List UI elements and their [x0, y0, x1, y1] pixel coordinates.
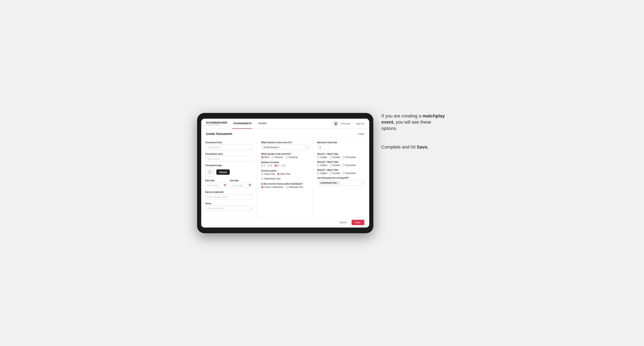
gender-combined-radio[interactable] — [286, 156, 288, 158]
venue-input[interactable] — [205, 206, 253, 211]
form-col-1: Tournament Host Tournament name Tourname… — [201, 138, 257, 217]
rounds-4-radio[interactable] — [281, 165, 284, 167]
avatar: 👤 — [333, 121, 338, 126]
sponsor-input[interactable] — [205, 194, 253, 199]
rounds-3-radio[interactable] — [274, 165, 277, 167]
rounds-1-radio[interactable] — [261, 165, 264, 167]
scoring-api-label: Use third-party live scoring API? — [317, 177, 365, 179]
annotation-bottom: Complete and hit Save. — [382, 144, 447, 150]
date-group: Start date 📅 End date — [205, 179, 253, 188]
round2-foursomes-radio[interactable] — [342, 164, 345, 166]
individuals-option[interactable]: Individuals Only — [286, 186, 303, 188]
end-date-input[interactable] — [230, 183, 253, 188]
logo-upload-area: Upload — [205, 168, 253, 176]
tournament-name-input[interactable] — [205, 156, 253, 162]
round3-radio-group: Singles Fourball Foursomes — [317, 172, 365, 174]
round3-singles-radio[interactable] — [317, 172, 320, 174]
round2-fourball[interactable]: Fourball — [330, 164, 340, 166]
rounds-3-label: 3 — [278, 165, 279, 167]
teams-label-text: Teams (+Individuals) — [264, 186, 283, 188]
rounds-2-radio[interactable] — [268, 165, 270, 167]
logo-main: SCOREBOARD — [206, 121, 228, 124]
round2-foursomes[interactable]: Foursomes — [342, 164, 356, 166]
round2-radio-group: Singles Fourball Foursomes — [317, 164, 365, 166]
round2-fourball-label: Fourball — [332, 164, 340, 166]
form-col-2: Which division is the event for? NCAA Di… — [257, 138, 313, 217]
tournament-host-group: Tournament Host — [205, 141, 253, 150]
tournament-name-group: Tournament name — [205, 153, 253, 162]
round3-label: Round 3 - Match Type — [317, 169, 365, 171]
tablet-screen: SCOREBOARD Powered by clippit TOURNAMENT… — [201, 119, 369, 227]
start-date-wrapper: 📅 — [205, 183, 228, 188]
gender-label: Which gender is the event for? — [261, 153, 309, 155]
round1-fourball[interactable]: Fourball — [330, 156, 340, 158]
rounds-3[interactable]: 3 — [274, 165, 279, 167]
max-team-size-input[interactable] — [317, 145, 330, 150]
round3-foursomes[interactable]: Foursomes — [342, 172, 356, 174]
nav-teams[interactable]: TEAMS — [257, 119, 268, 129]
individuals-radio[interactable] — [286, 186, 288, 188]
scoring-stroke-radio[interactable] — [261, 173, 264, 175]
venue-label: Venue — [205, 202, 253, 205]
rounds-1[interactable]: 1 — [261, 165, 266, 167]
rounds-4[interactable]: 4 — [281, 165, 286, 167]
back-link[interactable]: Back — [357, 132, 364, 136]
gender-group: Which gender is the event for? Mens Wome… — [261, 153, 309, 158]
cancel-button[interactable]: Cancel — [337, 220, 350, 225]
round1-singles-radio[interactable] — [317, 156, 320, 158]
round1-foursomes[interactable]: Foursomes — [342, 156, 356, 158]
gender-combined[interactable]: Combined — [286, 156, 298, 158]
round1-singles[interactable]: Singles — [317, 156, 327, 158]
scoring-match[interactable]: Match Play — [277, 173, 290, 175]
round3-foursomes-radio[interactable] — [342, 172, 345, 174]
round3-foursomes-label: Foursomes — [346, 172, 356, 174]
round2-singles[interactable]: Singles — [317, 164, 327, 166]
scoring-stroke[interactable]: Stroke Play — [261, 173, 275, 175]
tournament-host-input[interactable] — [205, 145, 253, 150]
round2-fourball-radio[interactable] — [330, 164, 332, 166]
venue-select-wrapper — [205, 206, 253, 211]
division-select[interactable]: NCAA Division I — [261, 145, 309, 150]
sign-out-link[interactable]: Sign out — [356, 122, 364, 125]
form-col-3: Maximum Team Size Round 1 - Match Type S… — [313, 138, 369, 217]
annotation-bottom-bold: Save. — [417, 145, 429, 150]
upload-button[interactable]: Upload — [216, 170, 230, 175]
scoring-match-radio[interactable] — [277, 173, 280, 175]
round3-fourball-label: Fourball — [332, 172, 340, 174]
teams-option[interactable]: Teams (+Individuals) — [261, 186, 283, 188]
rounds-1-label: 1 — [264, 165, 266, 167]
gender-womens[interactable]: Womens — [272, 156, 283, 158]
round1-foursomes-radio[interactable] — [342, 156, 345, 158]
dates-group: Start date 📅 End date — [205, 179, 253, 188]
save-button[interactable]: Save — [352, 220, 364, 225]
scoring-api-chevron: ▾ — [362, 182, 363, 184]
scoring-match-label: Match Play — [280, 173, 290, 175]
round2-singles-radio[interactable] — [317, 164, 320, 166]
form-container: Create Tournament Back Tournament Host T… — [201, 129, 369, 227]
gender-womens-label: Womens — [275, 156, 283, 158]
round3-fourball-radio[interactable] — [330, 172, 332, 174]
logo-sub: Powered by clippit — [206, 124, 228, 126]
scoring-api-value: Leaderboard King — [320, 182, 337, 184]
teams-radio[interactable] — [261, 186, 264, 188]
division-label: Which division is the event for? — [261, 141, 309, 144]
round1-radio-group: Singles Fourball Foursomes — [317, 156, 365, 158]
gender-womens-radio[interactable] — [272, 156, 274, 158]
annotation-top: If you are creating a matchplay event, y… — [382, 113, 447, 132]
round3-fourball[interactable]: Fourball — [330, 172, 340, 174]
gender-mens-radio[interactable] — [261, 156, 264, 158]
scoring-api-remove[interactable]: ✕ — [338, 182, 339, 184]
round3-singles[interactable]: Singles — [317, 172, 327, 174]
round2-section: Round 2 - Match Type Singles Fourball — [317, 161, 365, 166]
page-wrapper: SCOREBOARD Powered by clippit TOURNAMENT… — [179, 113, 466, 233]
scoring-medal-radio[interactable] — [261, 177, 264, 180]
scoring-api-wrapper[interactable]: Leaderboard King ✕ ▾ — [317, 180, 365, 185]
rounds-2[interactable]: 2 — [268, 165, 272, 167]
scoring-medal[interactable]: Medal Match Play — [261, 177, 280, 180]
gender-mens[interactable]: Mens — [261, 156, 269, 158]
start-date-input[interactable] — [205, 183, 228, 188]
rounds-4-label: 4 — [284, 165, 286, 167]
teams-group: Is this event for Teams and/or Individua… — [261, 183, 309, 188]
round1-fourball-radio[interactable] — [330, 156, 332, 158]
nav-tournaments[interactable]: TOURNAMENTS — [232, 119, 252, 129]
